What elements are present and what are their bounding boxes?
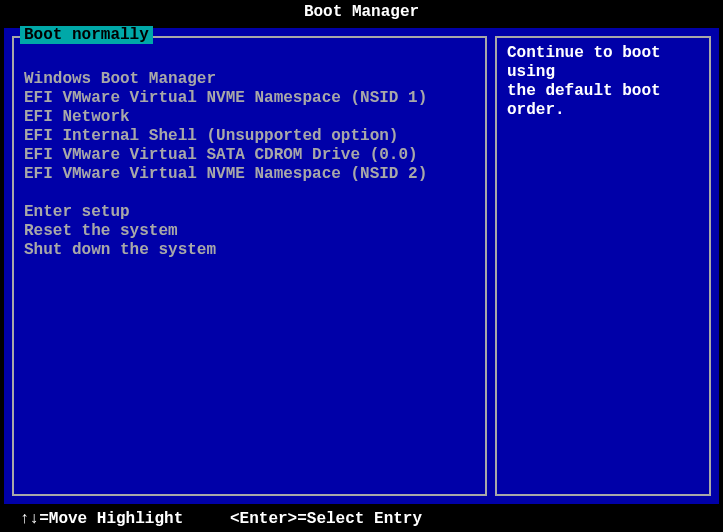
hint-move-highlight: ↑↓=Move Highlight — [20, 510, 230, 528]
menu-item-enter-setup[interactable]: Enter setup — [24, 203, 475, 222]
menu-item-efi-shell[interactable]: EFI Internal Shell (Unsupported option) — [24, 127, 475, 146]
main-area: Boot normally Windows Boot Manager EFI V… — [4, 28, 719, 504]
menu-list: Windows Boot Manager EFI VMware Virtual … — [14, 38, 485, 270]
help-text-line1: Continue to boot using — [507, 44, 699, 82]
help-panel: Continue to boot using the default boot … — [495, 36, 711, 496]
help-text-line2: the default boot order. — [507, 82, 699, 120]
menu-item-shutdown[interactable]: Shut down the system — [24, 241, 475, 260]
menu-separator — [24, 184, 475, 203]
boot-menu-panel: Boot normally Windows Boot Manager EFI V… — [12, 36, 487, 496]
menu-item-nvme-nsid1[interactable]: EFI VMware Virtual NVME Namespace (NSID … — [24, 89, 475, 108]
menu-item-reset-system[interactable]: Reset the system — [24, 222, 475, 241]
menu-item-windows-boot-manager[interactable]: Windows Boot Manager — [24, 70, 475, 89]
selected-menu-item[interactable]: Boot normally — [20, 26, 153, 44]
menu-item-efi-network[interactable]: EFI Network — [24, 108, 475, 127]
footer-hints: ↑↓=Move Highlight <Enter>=Select Entry — [0, 510, 723, 528]
page-title: Boot Manager — [304, 3, 419, 21]
hint-select-entry: <Enter>=Select Entry — [230, 510, 703, 528]
menu-item-nvme-nsid2[interactable]: EFI VMware Virtual NVME Namespace (NSID … — [24, 165, 475, 184]
menu-item-sata-cdrom[interactable]: EFI VMware Virtual SATA CDROM Drive (0.0… — [24, 146, 475, 165]
title-bar: Boot Manager — [0, 0, 723, 26]
